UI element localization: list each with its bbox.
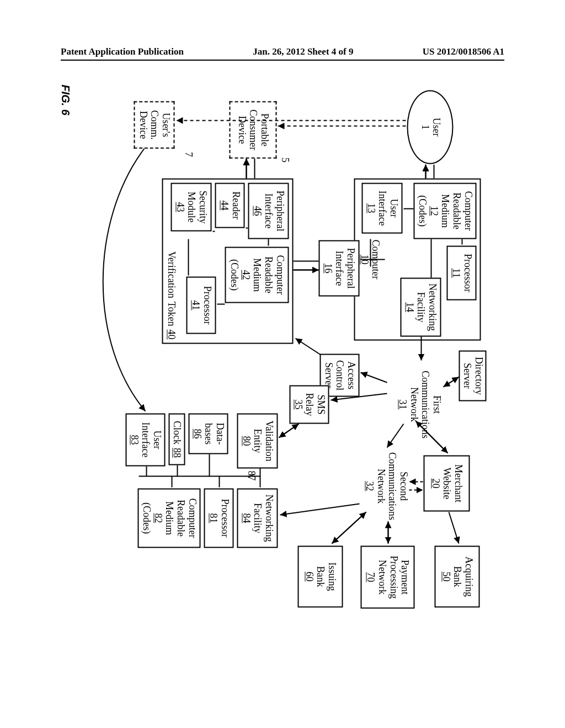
vt-security: SecurityModule43 — [171, 183, 212, 232]
user-label: User — [430, 118, 441, 137]
payment-processing-network: PaymentProcessingNetwork70 — [361, 546, 415, 609]
ve-ui: UserInterface83 — [126, 414, 166, 467]
comp-networking: NetworkingFacility14 — [401, 278, 441, 337]
issuing-bank: IssuingBank60 — [298, 546, 343, 608]
vt-reader: Reader44 — [215, 183, 245, 228]
header-rule — [61, 60, 504, 61]
ve-processor: Processor81 — [204, 489, 234, 548]
ve-databases: Data-bases86 — [189, 414, 228, 454]
computer-num: 10 — [359, 255, 370, 265]
acquiring-bank: AcquiringBank50 — [435, 546, 480, 608]
header-left: Patent Application Publication — [61, 46, 184, 57]
validation-entity: ValidationEntity80 — [237, 414, 278, 469]
ve-87-label: 87 — [246, 471, 257, 481]
ve-clock: Clock88 — [169, 414, 185, 465]
user-num: 1 — [419, 125, 430, 130]
user-comm-device: User'sComm.Device — [134, 101, 175, 149]
directory-server: DirectoryServer — [459, 351, 487, 402]
merchant-website: MerchantWebsite20 — [424, 456, 470, 512]
comp-ui: UserInterface13 — [362, 183, 403, 234]
comp-crm: ComputerReadableMedium12(Codes) — [414, 183, 477, 239]
ucd-num: 7 — [183, 152, 194, 157]
sms-relay: SMSRelay35 — [290, 386, 329, 424]
vt-peripheral: PeripheralInterface46 — [248, 183, 289, 239]
second-comm-network: SecondCommunicationsNetwork32 — [364, 442, 409, 531]
figure-label: FIG. 6 — [59, 85, 72, 116]
vt-crm: ComputerReadableMedium42(Codes) — [225, 247, 289, 303]
first-comm-network: FirstCommunicationsNetwork31 — [397, 361, 443, 449]
computer-label: Computer — [370, 240, 381, 280]
user: User 1 — [407, 90, 454, 164]
pcd: PortableConsumerDevice — [230, 101, 277, 159]
pcd-num: 5 — [279, 158, 291, 163]
comp-peripheral: PeripheralInterface16 — [319, 240, 360, 297]
comp-processor: Processor11 — [447, 246, 477, 301]
ve-networking: NetworkingFacility84 — [237, 489, 278, 548]
ve-crm: ComputerReadableMedium82(Codes) — [138, 489, 201, 548]
header-right: US 2012/0018506 A1 — [423, 46, 504, 57]
header-center: Jan. 26, 2012 Sheet 4 of 9 — [253, 46, 353, 57]
vt-processor: Processor41 — [186, 277, 216, 334]
